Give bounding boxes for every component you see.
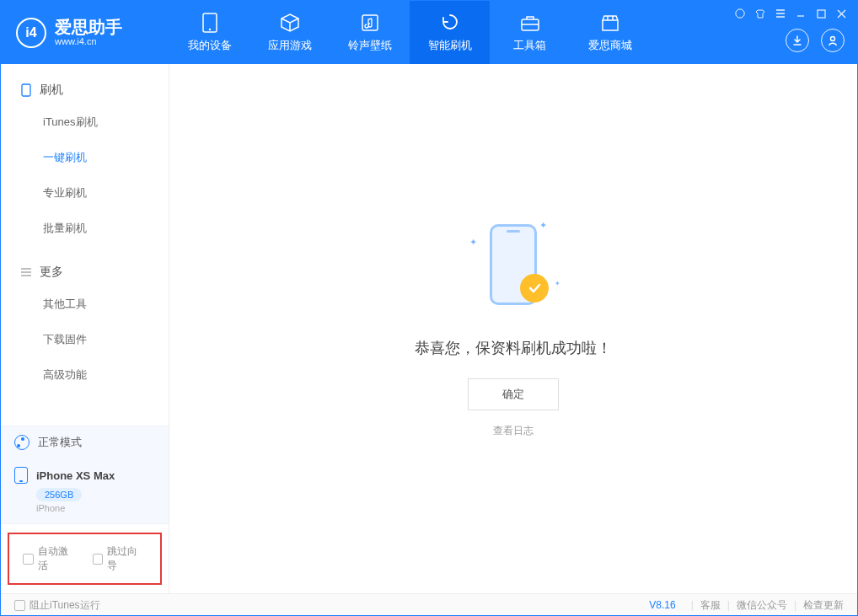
svg-rect-6 <box>22 84 30 96</box>
sparkle-icon: ✦ <box>555 280 560 287</box>
main-panel: ✦ ✦ ✦ 恭喜您，保资料刷机成功啦！ 确定 查看日志 <box>169 64 857 593</box>
sidebar: 刷机 iTunes刷机 一键刷机 专业刷机 批量刷机 更多 其他工具 下载固件 … <box>1 64 169 593</box>
store-icon <box>599 12 621 34</box>
tab-apps-games[interactable]: 应用游戏 <box>249 1 330 64</box>
app-logo: i4 爱思助手 www.i4.cn <box>1 18 169 48</box>
svg-rect-2 <box>362 15 378 30</box>
menu-icon[interactable] <box>775 8 786 19</box>
sparkle-icon: ✦ <box>539 220 547 231</box>
svg-point-1 <box>208 29 210 30</box>
device-mode-row[interactable]: 正常模式 <box>1 426 169 458</box>
check-badge-icon <box>520 274 549 303</box>
skip-guide-checkbox[interactable]: 跳过向导 <box>93 544 147 573</box>
tab-toolbox[interactable]: 工具箱 <box>490 1 570 64</box>
close-icon[interactable] <box>835 8 847 19</box>
music-note-icon <box>359 12 381 34</box>
sidebar-item-advanced[interactable]: 高级功能 <box>1 357 169 393</box>
version-label: V8.16 <box>649 599 675 611</box>
sidebar-item-oneclick-flash[interactable]: 一键刷机 <box>1 140 169 175</box>
device-mode-label: 正常模式 <box>38 435 82 450</box>
device-name: iPhone XS Max <box>36 469 115 482</box>
title-bar: i4 爱思助手 www.i4.cn 我的设备 应用游戏 铃声壁纸 智能刷机 工具… <box>1 1 857 64</box>
support-link[interactable]: 客服 <box>700 598 721 613</box>
tab-store[interactable]: 爱思商城 <box>570 1 650 64</box>
sidebar-item-download-firmware[interactable]: 下载固件 <box>1 322 169 357</box>
status-bar: 阻止iTunes运行 V8.16 | 客服 | 微信公众号 | 检查更新 <box>1 593 857 616</box>
check-update-link[interactable]: 检查更新 <box>803 598 844 613</box>
view-log-link[interactable]: 查看日志 <box>493 424 534 438</box>
sidebar-item-batch-flash[interactable]: 批量刷机 <box>1 211 169 246</box>
sidebar-item-other-tools[interactable]: 其他工具 <box>1 287 169 322</box>
nav-tabs: 我的设备 应用游戏 铃声壁纸 智能刷机 工具箱 爱思商城 <box>169 1 650 64</box>
window-controls <box>734 8 847 19</box>
sparkle-icon: ✦ <box>469 237 477 248</box>
app-subtitle: www.i4.cn <box>55 36 122 46</box>
block-itunes-checkbox[interactable]: 阻止iTunes运行 <box>14 598 100 613</box>
device-group-icon <box>19 83 33 97</box>
sidebar-item-pro-flash[interactable]: 专业刷机 <box>1 175 169 211</box>
user-button[interactable] <box>821 29 845 52</box>
more-group-icon <box>19 265 33 279</box>
success-message: 恭喜您，保资料刷机成功啦！ <box>415 338 612 358</box>
sidebar-group-flash: 刷机 <box>1 76 169 104</box>
download-button[interactable] <box>786 29 809 52</box>
tab-ringtone-wallpaper[interactable]: 铃声壁纸 <box>330 1 410 64</box>
ok-button[interactable]: 确定 <box>468 378 559 410</box>
minimize-icon[interactable] <box>795 8 807 19</box>
auto-activate-checkbox[interactable]: 自动激活 <box>23 544 78 573</box>
device-icon <box>14 467 28 484</box>
tab-smart-flash[interactable]: 智能刷机 <box>410 1 490 64</box>
svg-rect-4 <box>818 10 825 18</box>
flash-options-highlighted: 自动激活 跳过向导 <box>8 533 162 585</box>
refresh-shield-icon <box>439 12 461 34</box>
mode-icon <box>14 435 29 450</box>
phone-icon <box>199 12 221 34</box>
wechat-link[interactable]: 微信公众号 <box>737 598 787 613</box>
device-type: iPhone <box>36 503 155 513</box>
app-title: 爱思助手 <box>55 18 122 36</box>
device-info[interactable]: iPhone XS Max 256GB iPhone <box>1 458 169 524</box>
skin-icon[interactable] <box>754 8 766 19</box>
logo-icon: i4 <box>16 18 46 48</box>
cube-icon <box>279 12 301 34</box>
feedback-icon[interactable] <box>734 8 746 19</box>
toolbox-icon <box>519 12 541 34</box>
tab-my-device[interactable]: 我的设备 <box>169 1 249 64</box>
device-capacity-badge: 256GB <box>36 488 82 501</box>
success-illustration: ✦ ✦ ✦ <box>463 220 564 313</box>
sidebar-group-more: 更多 <box>1 258 169 287</box>
sidebar-item-itunes-flash[interactable]: iTunes刷机 <box>1 104 169 140</box>
maximize-icon[interactable] <box>815 8 827 19</box>
svg-point-5 <box>831 36 835 40</box>
